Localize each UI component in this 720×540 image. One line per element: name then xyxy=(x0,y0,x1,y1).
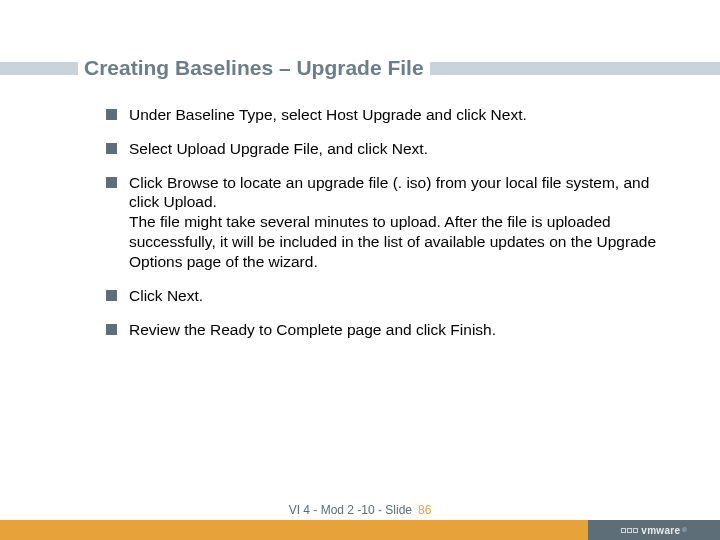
title-accent-right xyxy=(430,62,720,75)
footer: VI 4 - Mod 2 -10 - Slide 86 vmware® xyxy=(0,500,720,540)
bullet-icon xyxy=(106,324,117,335)
bullet-icon xyxy=(106,143,117,154)
content-area: Under Baseline Type, select Host Upgrade… xyxy=(106,105,670,353)
bullet-text: Click Next. xyxy=(129,286,670,306)
footer-accent-bar xyxy=(0,520,588,540)
bullet-icon xyxy=(106,290,117,301)
vmware-logo-icon: vmware® xyxy=(621,525,686,536)
bullet-icon xyxy=(106,109,117,120)
bullet-text: Select Upload Upgrade File, and click Ne… xyxy=(129,139,670,159)
logo-text: vmware xyxy=(641,525,680,536)
slide-number: 86 xyxy=(418,503,431,517)
list-item: Click Next. xyxy=(106,286,670,306)
slide-label: VI 4 - Mod 2 -10 - Slide xyxy=(289,503,412,517)
bullet-text: Click Browse to locate an upgrade file (… xyxy=(129,173,670,272)
bullet-text: Under Baseline Type, select Host Upgrade… xyxy=(129,105,670,125)
list-item: Under Baseline Type, select Host Upgrade… xyxy=(106,105,670,125)
logo-boxes-icon xyxy=(621,528,638,533)
slide-title: Creating Baselines – Upgrade File xyxy=(78,56,430,80)
footer-bottom: vmware® xyxy=(0,520,720,540)
registered-icon: ® xyxy=(682,527,686,533)
list-item: Click Browse to locate an upgrade file (… xyxy=(106,173,670,272)
bullet-text: Review the Ready to Complete page and cl… xyxy=(129,320,670,340)
footer-top: VI 4 - Mod 2 -10 - Slide 86 xyxy=(0,500,720,520)
bullet-icon xyxy=(106,177,117,188)
title-accent-left xyxy=(0,62,78,75)
footer-logo-area: vmware® xyxy=(588,520,720,540)
list-item: Select Upload Upgrade File, and click Ne… xyxy=(106,139,670,159)
list-item: Review the Ready to Complete page and cl… xyxy=(106,320,670,340)
title-row: Creating Baselines – Upgrade File xyxy=(0,54,720,82)
